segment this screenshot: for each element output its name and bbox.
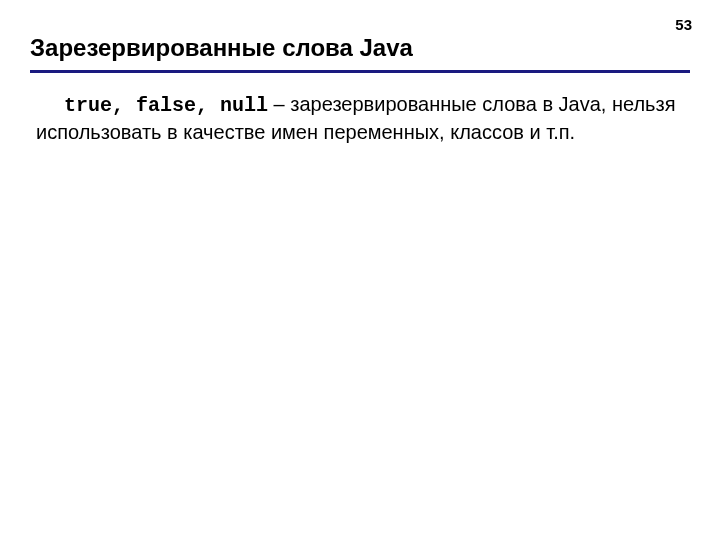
reserved-keywords: true, false, null — [64, 94, 268, 117]
title-underline — [30, 70, 690, 73]
body-paragraph: true, false, null – зарезервированные сл… — [30, 91, 690, 146]
page-title: Зарезервированные слова Java — [30, 34, 690, 70]
page-number: 53 — [675, 16, 692, 33]
separator: – — [268, 93, 290, 115]
